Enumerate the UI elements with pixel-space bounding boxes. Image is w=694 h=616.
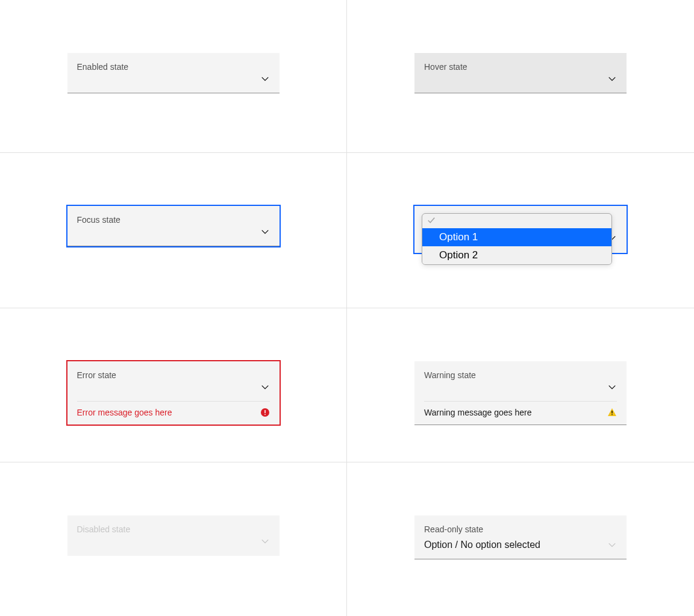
chevron-down-icon [260, 227, 270, 237]
cell-warning-state: Warning state Warning message goes here [347, 308, 694, 462]
chevron-down-icon [260, 382, 270, 392]
error-icon [260, 408, 270, 417]
dropdown-label: Focus state [67, 206, 280, 226]
dropdown-value: Option / No option selected [424, 540, 540, 550]
cell-disabled-state: Disabled state [0, 462, 347, 616]
cell-hover-state: Hover state [347, 0, 694, 153]
chevron-down-icon [607, 74, 617, 84]
dropdown-disabled: Disabled state [67, 515, 280, 556]
check-icon [422, 214, 611, 228]
dropdown-enabled[interactable]: Enabled state [67, 53, 280, 93]
dropdown-menu: Option 1 Option 2 [422, 213, 612, 265]
cell-enabled-state: Enabled state [0, 0, 347, 153]
warning-icon [607, 408, 617, 417]
dropdown-focus[interactable]: Focus state [67, 206, 280, 246]
menu-option-2[interactable]: Option 2 [422, 246, 611, 264]
dropdown-hover[interactable]: Hover state [414, 53, 627, 93]
chevron-down-icon [260, 74, 270, 84]
chevron-down-icon [607, 540, 617, 550]
warning-message: Warning message goes here [424, 408, 531, 417]
dropdown-label: Enabled state [67, 53, 280, 73]
chevron-down-icon [607, 382, 617, 392]
dropdown-readonly: Read-only state Option / No option selec… [414, 515, 627, 559]
svg-rect-2 [264, 414, 266, 415]
chevron-down-icon [260, 537, 270, 546]
menu-option-1[interactable]: Option 1 [422, 228, 611, 246]
cell-error-state: Error state Error message goes here [0, 308, 347, 462]
svg-rect-1 [264, 410, 266, 413]
dropdown-error[interactable]: Error state Error message goes here [67, 361, 280, 425]
dropdown-label: Warning state [414, 361, 627, 382]
dropdown-label: Disabled state [67, 515, 280, 536]
dropdown-label: Read-only state [414, 515, 627, 536]
svg-rect-4 [611, 414, 612, 415]
dropdown-label: Hover state [414, 53, 627, 73]
dropdown-label: Error state [67, 361, 280, 382]
svg-rect-3 [611, 411, 612, 414]
cell-readonly-state: Read-only state Option / No option selec… [347, 462, 694, 616]
cell-open-state: Option 1 Option 2 [347, 153, 694, 308]
error-message: Error message goes here [77, 408, 172, 417]
dropdown-warning[interactable]: Warning state Warning message goes here [414, 361, 627, 425]
cell-focus-state: Focus state [0, 153, 347, 308]
